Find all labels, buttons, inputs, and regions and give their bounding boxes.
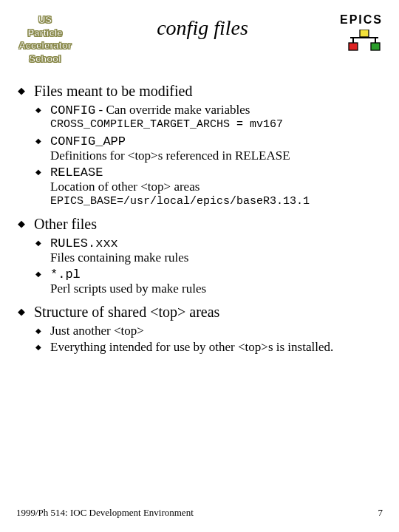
list-item: CONFIG - Can override make variables CRO… xyxy=(34,103,383,132)
page-number: 7 xyxy=(378,507,383,519)
item-desc: Perl scripts used by make rules xyxy=(50,282,383,296)
list-item: CONFIG_APP Definitions for <top>s refere… xyxy=(34,134,383,163)
list-item: RULES.xxx Files containing make rules xyxy=(34,236,383,265)
list-item: Just another <top> xyxy=(34,324,383,338)
code-line: EPICS_BASE=/usr/local/epics/baseR3.13.1 xyxy=(50,194,383,209)
item-desc: Definitions for <top>s referenced in REL… xyxy=(50,149,383,163)
slide-content: Files meant to be modified CONFIG - Can … xyxy=(16,83,383,355)
item-desc: Location of other <top> areas xyxy=(50,180,383,194)
list-item: *.pl Perl scripts used by make rules xyxy=(34,267,383,296)
item-label: *.pl xyxy=(50,267,81,282)
section-title: Files meant to be modified xyxy=(34,83,192,99)
item-label: RELEASE xyxy=(50,166,103,180)
item-desc: - Can override make variables xyxy=(95,103,250,117)
item-label: CONFIG xyxy=(50,103,95,117)
section-title: Structure of shared <top> areas xyxy=(34,304,219,320)
list-item: Everything intended for use by other <to… xyxy=(34,340,383,355)
section: Files meant to be modified CONFIG - Can … xyxy=(16,83,383,208)
logo-line: School xyxy=(16,52,74,66)
epics-label: EPICS xyxy=(331,13,383,27)
slide-title: config files xyxy=(74,13,331,40)
code-line: CROSS_COMPILER_TARGET_ARCHS = mv167 xyxy=(50,117,383,132)
slide-header: US Particle Accelerator School config fi… xyxy=(16,13,383,65)
svg-rect-4 xyxy=(360,30,369,37)
epics-icon xyxy=(346,30,383,56)
item-text: Just another <top> xyxy=(50,324,144,338)
section: Structure of shared <top> areas Just ano… xyxy=(16,304,383,355)
logo-line: Particle xyxy=(16,27,74,40)
svg-rect-5 xyxy=(349,43,358,50)
svg-rect-6 xyxy=(371,43,380,50)
logo-line: US xyxy=(16,13,74,27)
item-label: CONFIG_APP xyxy=(50,134,126,149)
item-label: RULES.xxx xyxy=(50,236,118,250)
section: Other files RULES.xxx Files containing m… xyxy=(16,216,383,296)
item-desc: Files containing make rules xyxy=(50,250,383,265)
item-text: Everything intended for use by other <to… xyxy=(50,340,333,354)
slide-footer: 1999/Ph 514: IOC Development Environment… xyxy=(16,507,383,519)
uspas-logo: US Particle Accelerator School xyxy=(16,13,74,65)
footer-left: 1999/Ph 514: IOC Development Environment xyxy=(16,507,194,519)
list-item: RELEASE Location of other <top> areas EP… xyxy=(34,165,383,209)
logo-line: Accelerator xyxy=(16,39,74,52)
section-title: Other files xyxy=(34,216,97,232)
epics-logo: EPICS xyxy=(331,13,383,56)
